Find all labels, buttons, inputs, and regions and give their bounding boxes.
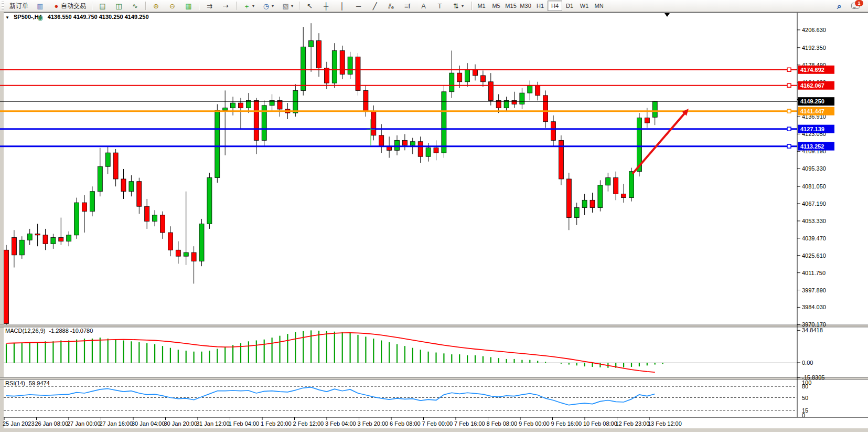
price-chart[interactable]: 4206.6304192.3504178.4904164.6304150.770… bbox=[0, 12, 868, 432]
candle-body-up bbox=[90, 192, 94, 212]
autotrading-button[interactable]: ● 自动交易 bbox=[49, 0, 89, 12]
candle-body-up bbox=[332, 50, 337, 83]
new-order-button[interactable]: 新订单 bbox=[6, 0, 31, 12]
vertical-line-button[interactable]: │ bbox=[335, 0, 350, 12]
candle-body-down bbox=[59, 238, 63, 241]
candle-body-down bbox=[551, 122, 556, 141]
time-tick-label: 12 Feb 23:00 bbox=[616, 420, 650, 427]
candle-body-up bbox=[442, 92, 446, 153]
price-badge-label: 4162.067 bbox=[800, 82, 824, 89]
zoom-out-button[interactable]: ⊖ bbox=[165, 0, 180, 12]
data-window-button[interactable]: ◉ bbox=[33, 12, 48, 23]
timeframe-button-mn[interactable]: MN bbox=[592, 1, 606, 11]
chat-icon: 1 bbox=[851, 3, 860, 9]
candle-body-down bbox=[418, 142, 423, 156]
candle-body-up bbox=[426, 148, 431, 157]
left-window-edge bbox=[0, 12, 4, 432]
rsi-tick-label: 50 bbox=[802, 395, 808, 401]
chart-title[interactable]: ▼ SP500-,H4 4136.550 4149.750 4130.250 4… bbox=[5, 14, 149, 20]
trendline-button[interactable]: ╱ bbox=[367, 0, 382, 12]
toolbar-grip[interactable] bbox=[2, 2, 4, 10]
line-handle[interactable] bbox=[787, 127, 791, 131]
tile-windows-icon: ▦ bbox=[184, 2, 193, 10]
horizontal-line-icon: ─ bbox=[354, 2, 363, 10]
candle-body-down bbox=[137, 182, 142, 206]
timeframe-button-m15[interactable]: M15 bbox=[503, 1, 518, 11]
pane-separator[interactable] bbox=[0, 377, 868, 380]
zoom-in-icon: ⊕ bbox=[152, 2, 160, 10]
candle-body-up bbox=[293, 90, 298, 113]
chart-shift-button[interactable]: ⇢ bbox=[218, 0, 233, 12]
price-tick-label: 3997.890 bbox=[802, 287, 826, 293]
chart-title-caret-icon[interactable]: ▼ bbox=[5, 15, 9, 20]
toolbar-separator bbox=[199, 2, 199, 10]
line-handle[interactable] bbox=[787, 68, 791, 71]
cursor-button[interactable]: ↖ bbox=[302, 0, 317, 12]
candle-body-down bbox=[121, 179, 126, 192]
crosshair-button[interactable]: ┼ bbox=[318, 0, 334, 12]
chevron-down-icon[interactable]: ▾ bbox=[462, 4, 464, 8]
candle-body-down bbox=[535, 86, 540, 96]
candle-body-down bbox=[457, 73, 462, 82]
timeframe-button-m1[interactable]: M1 bbox=[474, 1, 489, 11]
timeframe-button-w1[interactable]: W1 bbox=[577, 1, 592, 11]
candle-body-down bbox=[239, 103, 243, 108]
candle-body-down bbox=[317, 40, 322, 68]
candle-body-up bbox=[51, 238, 56, 244]
indicators-button[interactable]: ＋▾ bbox=[239, 0, 258, 12]
line-chart-button[interactable]: ∿ bbox=[127, 0, 143, 12]
time-tick-label: 31 Jan 12:00 bbox=[196, 420, 230, 427]
time-tick-label: 8 Feb 08:00 bbox=[487, 420, 518, 427]
channel-button[interactable]: ⫽ₑ bbox=[383, 0, 399, 12]
periods-button[interactable]: ◷▾ bbox=[259, 0, 277, 12]
candle-body-up bbox=[215, 110, 220, 177]
timeframe-button-m5[interactable]: M5 bbox=[489, 1, 503, 11]
candle-body-up bbox=[74, 203, 79, 235]
candle-body-up bbox=[309, 40, 314, 47]
price-tick-label: 4039.470 bbox=[802, 235, 826, 241]
periods-icon: ◷ bbox=[262, 2, 271, 10]
chevron-down-icon[interactable]: ▾ bbox=[291, 4, 293, 8]
chevron-down-icon[interactable]: ▾ bbox=[272, 4, 274, 8]
fibonacci-button[interactable]: ≡f bbox=[400, 0, 415, 12]
bar-chart-button[interactable]: ▤ bbox=[95, 0, 110, 12]
templates-button[interactable]: ▧▾ bbox=[278, 0, 296, 12]
timeframe-button-m30[interactable]: M30 bbox=[518, 1, 533, 11]
timeframe-button-h4[interactable]: H4 bbox=[548, 1, 562, 11]
pane-separator[interactable] bbox=[0, 325, 868, 327]
tile-windows-button[interactable]: ▦ bbox=[181, 0, 196, 12]
candle-body-up bbox=[606, 178, 610, 185]
text-button[interactable]: A bbox=[416, 0, 431, 12]
candle-body-up bbox=[67, 235, 71, 241]
line-handle[interactable] bbox=[787, 144, 791, 148]
horizontal-line-button[interactable]: ─ bbox=[351, 0, 366, 12]
profiles-button[interactable]: ▥ bbox=[33, 0, 48, 12]
line-handle[interactable] bbox=[787, 83, 791, 87]
time-tick-label: 6 Feb 08:00 bbox=[390, 420, 421, 427]
candle-body-up bbox=[574, 208, 579, 218]
autotrading-icon: ● bbox=[52, 2, 61, 10]
chart-shift-icon: ⇢ bbox=[221, 2, 230, 10]
candle-body-down bbox=[12, 238, 16, 255]
candle-body-up bbox=[98, 166, 102, 191]
candlestick-button[interactable]: ◫ bbox=[111, 0, 126, 12]
timeframe-button-d1[interactable]: D1 bbox=[562, 1, 577, 11]
zoom-in-button[interactable]: ⊕ bbox=[148, 0, 164, 12]
arrows-button[interactable]: ⇅▾ bbox=[448, 0, 467, 12]
candle-body-up bbox=[129, 182, 134, 192]
chat-button[interactable]: 1 bbox=[848, 0, 863, 12]
label-button[interactable]: T bbox=[432, 0, 447, 12]
auto-scroll-button[interactable]: ⇉ bbox=[202, 0, 217, 12]
rsi-tick-label: 0 bbox=[802, 412, 805, 418]
timeframe-button-h1[interactable]: H1 bbox=[533, 1, 548, 11]
chevron-down-icon[interactable]: ▾ bbox=[252, 4, 254, 8]
candle-body-down bbox=[379, 135, 384, 146]
price-tick-label: 3984.030 bbox=[802, 304, 826, 310]
line-handle[interactable] bbox=[787, 109, 791, 113]
candle-body-down bbox=[43, 235, 48, 244]
candle-body-up bbox=[465, 69, 470, 82]
candle-body-down bbox=[371, 112, 376, 135]
search-button[interactable]: ⌕ bbox=[832, 0, 847, 12]
auto-scroll-icon: ⇉ bbox=[205, 2, 214, 10]
chart-background bbox=[0, 12, 868, 432]
